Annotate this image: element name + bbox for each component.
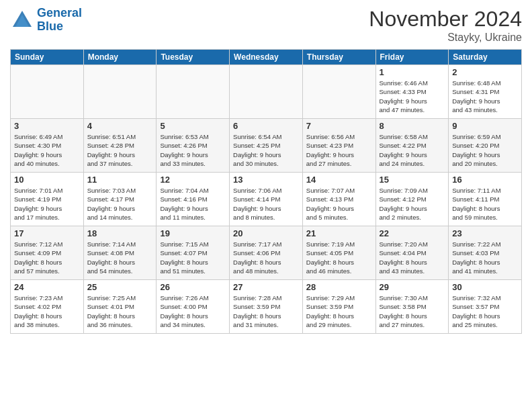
calendar-cell: 14Sunrise: 7:07 AM Sunset: 4:13 PM Dayli… (302, 173, 375, 226)
calendar-cell: 1Sunrise: 6:46 AM Sunset: 4:33 PM Daylig… (375, 65, 449, 119)
day-number: 28 (306, 282, 372, 292)
day-header-monday: Monday (83, 50, 157, 65)
calendar-cell: 8Sunrise: 6:58 AM Sunset: 4:22 PM Daylig… (375, 119, 449, 173)
day-info: Sunrise: 7:26 AM Sunset: 4:00 PM Dayligh… (160, 293, 226, 329)
day-number: 3 (14, 121, 80, 131)
day-info: Sunrise: 7:19 AM Sunset: 4:05 PM Dayligh… (306, 240, 372, 275)
day-number: 29 (380, 282, 445, 292)
day-info: Sunrise: 7:32 AM Sunset: 3:57 PM Dayligh… (452, 293, 518, 329)
calendar-cell: 17Sunrise: 7:12 AM Sunset: 4:09 PM Dayli… (11, 226, 84, 280)
day-number: 16 (452, 175, 518, 185)
header: General Blue November 2024 Stayky, Ukrai… (10, 7, 522, 44)
calendar-cell: 7Sunrise: 6:56 AM Sunset: 4:23 PM Daylig… (302, 119, 375, 173)
day-info: Sunrise: 6:49 AM Sunset: 4:30 PM Dayligh… (14, 132, 80, 168)
logo-icon (10, 8, 34, 32)
day-number: 13 (233, 175, 299, 185)
calendar-header-row: SundayMondayTuesdayWednesdayThursdayFrid… (11, 50, 522, 65)
day-number: 9 (452, 121, 518, 131)
day-number: 17 (14, 228, 80, 238)
calendar-cell (157, 65, 230, 119)
day-info: Sunrise: 7:11 AM Sunset: 4:11 PM Dayligh… (452, 186, 518, 222)
calendar-cell: 5Sunrise: 6:53 AM Sunset: 4:26 PM Daylig… (157, 119, 230, 173)
day-number: 23 (452, 228, 518, 238)
location: Stayky, Ukraine (369, 32, 522, 44)
calendar-cell: 26Sunrise: 7:26 AM Sunset: 4:00 PM Dayli… (157, 280, 230, 334)
day-info: Sunrise: 6:54 AM Sunset: 4:25 PM Dayligh… (233, 132, 299, 168)
calendar-cell: 9Sunrise: 6:59 AM Sunset: 4:20 PM Daylig… (449, 119, 522, 173)
day-header-sunday: Sunday (11, 50, 84, 65)
title-block: November 2024 Stayky, Ukraine (369, 7, 522, 44)
day-info: Sunrise: 6:53 AM Sunset: 4:26 PM Dayligh… (160, 132, 226, 168)
day-number: 19 (160, 228, 226, 238)
day-info: Sunrise: 7:29 AM Sunset: 3:59 PM Dayligh… (306, 293, 372, 329)
day-number: 26 (160, 282, 226, 292)
calendar-week-4: 17Sunrise: 7:12 AM Sunset: 4:09 PM Dayli… (11, 226, 522, 280)
calendar-cell: 19Sunrise: 7:15 AM Sunset: 4:07 PM Dayli… (157, 226, 230, 280)
logo-text: General Blue (37, 7, 82, 34)
day-info: Sunrise: 7:25 AM Sunset: 4:01 PM Dayligh… (87, 293, 153, 329)
day-number: 30 (452, 282, 518, 292)
calendar-cell: 18Sunrise: 7:14 AM Sunset: 4:08 PM Dayli… (83, 226, 157, 280)
day-number: 24 (14, 282, 80, 292)
day-number: 27 (233, 282, 299, 292)
day-info: Sunrise: 7:22 AM Sunset: 4:03 PM Dayligh… (452, 240, 518, 275)
day-info: Sunrise: 7:17 AM Sunset: 4:06 PM Dayligh… (233, 240, 299, 275)
day-number: 25 (87, 282, 153, 292)
day-info: Sunrise: 7:30 AM Sunset: 3:58 PM Dayligh… (380, 293, 445, 329)
calendar-week-1: 1Sunrise: 6:46 AM Sunset: 4:33 PM Daylig… (11, 65, 522, 119)
day-number: 18 (87, 228, 153, 238)
calendar-cell: 10Sunrise: 7:01 AM Sunset: 4:19 PM Dayli… (11, 173, 84, 226)
day-number: 22 (380, 228, 445, 238)
calendar-cell (83, 65, 157, 119)
day-info: Sunrise: 7:23 AM Sunset: 4:02 PM Dayligh… (14, 293, 80, 329)
calendar-cell: 28Sunrise: 7:29 AM Sunset: 3:59 PM Dayli… (302, 280, 375, 334)
day-number: 7 (306, 121, 372, 131)
day-info: Sunrise: 6:51 AM Sunset: 4:28 PM Dayligh… (87, 132, 153, 168)
day-number: 1 (380, 67, 445, 77)
calendar-cell: 23Sunrise: 7:22 AM Sunset: 4:03 PM Dayli… (449, 226, 522, 280)
day-header-tuesday: Tuesday (157, 50, 230, 65)
logo-line1: General (37, 6, 82, 19)
day-info: Sunrise: 7:03 AM Sunset: 4:17 PM Dayligh… (87, 186, 153, 222)
day-number: 10 (14, 175, 80, 185)
day-number: 14 (306, 175, 372, 185)
calendar-cell: 21Sunrise: 7:19 AM Sunset: 4:05 PM Dayli… (302, 226, 375, 280)
calendar-week-2: 3Sunrise: 6:49 AM Sunset: 4:30 PM Daylig… (11, 119, 522, 173)
day-number: 5 (160, 121, 226, 131)
day-info: Sunrise: 7:06 AM Sunset: 4:14 PM Dayligh… (233, 186, 299, 222)
calendar-cell: 25Sunrise: 7:25 AM Sunset: 4:01 PM Dayli… (83, 280, 157, 334)
day-number: 2 (452, 67, 518, 77)
day-number: 12 (160, 175, 226, 185)
day-info: Sunrise: 7:20 AM Sunset: 4:04 PM Dayligh… (380, 240, 445, 275)
calendar-cell: 30Sunrise: 7:32 AM Sunset: 3:57 PM Dayli… (449, 280, 522, 334)
day-number: 4 (87, 121, 153, 131)
calendar-cell: 16Sunrise: 7:11 AM Sunset: 4:11 PM Dayli… (449, 173, 522, 226)
day-info: Sunrise: 7:09 AM Sunset: 4:12 PM Dayligh… (380, 186, 445, 222)
calendar-cell (302, 65, 375, 119)
calendar-cell: 3Sunrise: 6:49 AM Sunset: 4:30 PM Daylig… (11, 119, 84, 173)
day-header-saturday: Saturday (449, 50, 522, 65)
day-info: Sunrise: 7:01 AM Sunset: 4:19 PM Dayligh… (14, 186, 80, 222)
day-info: Sunrise: 7:28 AM Sunset: 3:59 PM Dayligh… (233, 293, 299, 329)
calendar-cell: 6Sunrise: 6:54 AM Sunset: 4:25 PM Daylig… (230, 119, 303, 173)
day-info: Sunrise: 7:04 AM Sunset: 4:16 PM Dayligh… (160, 186, 226, 222)
calendar: SundayMondayTuesdayWednesdayThursdayFrid… (10, 49, 522, 334)
day-info: Sunrise: 7:07 AM Sunset: 4:13 PM Dayligh… (306, 186, 372, 222)
logo: General Blue (10, 7, 82, 34)
day-header-wednesday: Wednesday (230, 50, 303, 65)
calendar-week-5: 24Sunrise: 7:23 AM Sunset: 4:02 PM Dayli… (11, 280, 522, 334)
day-number: 11 (87, 175, 153, 185)
day-info: Sunrise: 6:59 AM Sunset: 4:20 PM Dayligh… (452, 132, 518, 168)
calendar-cell: 12Sunrise: 7:04 AM Sunset: 4:16 PM Dayli… (157, 173, 230, 226)
calendar-cell: 20Sunrise: 7:17 AM Sunset: 4:06 PM Dayli… (230, 226, 303, 280)
calendar-cell: 4Sunrise: 6:51 AM Sunset: 4:28 PM Daylig… (83, 119, 157, 173)
calendar-cell (230, 65, 303, 119)
logo-line2: Blue (37, 19, 63, 33)
day-info: Sunrise: 7:15 AM Sunset: 4:07 PM Dayligh… (160, 240, 226, 275)
day-info: Sunrise: 6:48 AM Sunset: 4:31 PM Dayligh… (452, 79, 518, 114)
calendar-cell: 11Sunrise: 7:03 AM Sunset: 4:17 PM Dayli… (83, 173, 157, 226)
day-number: 8 (380, 121, 445, 131)
calendar-cell: 29Sunrise: 7:30 AM Sunset: 3:58 PM Dayli… (375, 280, 449, 334)
calendar-cell: 13Sunrise: 7:06 AM Sunset: 4:14 PM Dayli… (230, 173, 303, 226)
day-number: 6 (233, 121, 299, 131)
